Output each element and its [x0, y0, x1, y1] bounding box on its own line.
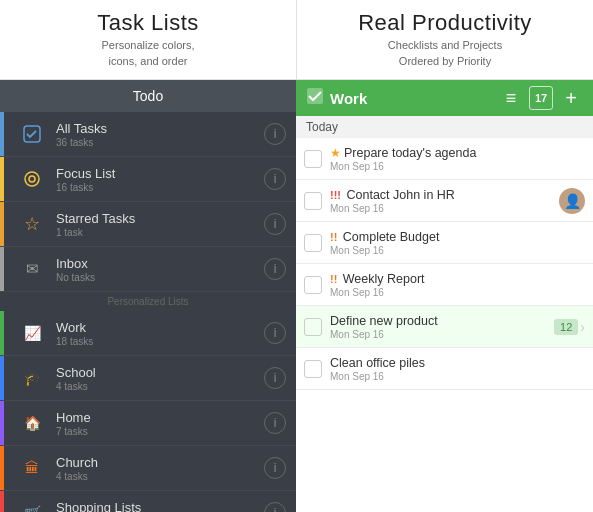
task-content: !! Complete Budget Mon Sep 16 [330, 230, 585, 256]
list-item[interactable]: 🎓 School 4 tasks i [0, 356, 296, 401]
right-subtitle: Checklists and ProjectsOrdered by Priori… [388, 38, 502, 69]
task-date: Mon Sep 16 [330, 287, 585, 298]
home-icon: 🏠 [18, 409, 46, 437]
color-bar [0, 491, 4, 512]
item-count: 7 tasks [56, 426, 264, 437]
item-count: 16 tasks [56, 182, 264, 193]
task-content: ★Prepare today's agenda Mon Sep 16 [330, 146, 585, 172]
work-header-title: Work [330, 90, 499, 107]
main-section: Todo All Tasks 36 tasks i [0, 80, 593, 512]
task-list: ★Prepare today's agenda Mon Sep 16 !!! C… [296, 138, 593, 512]
task-date: Mon Sep 16 [330, 161, 585, 172]
item-count: 4 tasks [56, 471, 264, 482]
item-count: 4 tasks [56, 381, 264, 392]
item-text: Focus List 16 tasks [56, 166, 264, 193]
info-button[interactable]: i [264, 258, 286, 280]
task-checkbox[interactable] [304, 150, 322, 168]
church-icon: 🏛 [18, 454, 46, 482]
item-name: Shopping Lists [56, 500, 264, 513]
task-date: Mon Sep 16 [330, 245, 585, 256]
work-icon: 📈 [18, 319, 46, 347]
priority-medium-icon: !! [330, 231, 337, 243]
add-task-button[interactable]: + [559, 86, 583, 110]
item-text: Work 18 tasks [56, 320, 264, 347]
task-title: !!! Contact John in HR [330, 188, 555, 202]
subtask-badge[interactable]: 12 [554, 319, 578, 335]
info-button[interactable]: i [264, 123, 286, 145]
item-count: 1 task [56, 227, 264, 238]
inbox-icon: ✉ [18, 255, 46, 283]
task-content: !!! Contact John in HR Mon Sep 16 [330, 188, 555, 214]
item-text: Starred Tasks 1 task [56, 211, 264, 238]
focus-icon [18, 165, 46, 193]
item-text: Church 4 tasks [56, 455, 264, 482]
shopping-icon: 🛒 [18, 499, 46, 512]
task-item[interactable]: !!! Contact John in HR Mon Sep 16 👤 [296, 180, 593, 222]
task-date: Mon Sep 16 [330, 371, 585, 382]
item-count: 18 tasks [56, 336, 264, 347]
list-item[interactable]: ☆ Starred Tasks 1 task i [0, 202, 296, 247]
section-label: Personalized Lists [0, 292, 296, 311]
info-button[interactable]: i [264, 457, 286, 479]
left-subtitle: Personalize colors,icons, and order [102, 38, 195, 69]
list-item[interactable]: 🏛 Church 4 tasks i [0, 446, 296, 491]
info-button[interactable]: i [264, 213, 286, 235]
item-count: No tasks [56, 272, 264, 283]
info-button[interactable]: i [264, 412, 286, 434]
item-name: All Tasks [56, 121, 264, 136]
school-icon: 🎓 [18, 364, 46, 392]
task-title: !! Weekly Report [330, 272, 585, 286]
star-icon: ☆ [18, 210, 46, 238]
info-button[interactable]: i [264, 168, 286, 190]
calendar-button[interactable]: 17 [529, 86, 553, 110]
all-tasks-icon [18, 120, 46, 148]
top-left: Task Lists Personalize colors,icons, and… [0, 0, 296, 79]
item-text: School 4 tasks [56, 365, 264, 392]
left-heading: Task Lists [97, 10, 199, 36]
list-item[interactable]: Focus List 16 tasks i [0, 157, 296, 202]
item-name: Focus List [56, 166, 264, 181]
task-checkbox[interactable] [304, 234, 322, 252]
priority-star-icon: ★ [330, 146, 341, 160]
work-list-icon [306, 87, 324, 109]
item-text: Shopping Lists 3 tasks [56, 500, 264, 513]
task-checkbox[interactable] [304, 360, 322, 378]
list-item[interactable]: 🏠 Home 7 tasks i [0, 401, 296, 446]
task-date: Mon Sep 16 [330, 203, 555, 214]
task-title: ★Prepare today's agenda [330, 146, 585, 160]
item-count: 36 tasks [56, 137, 264, 148]
task-checkbox[interactable] [304, 192, 322, 210]
task-date: Mon Sep 16 [330, 329, 550, 340]
item-name: Work [56, 320, 264, 335]
top-right: Real Productivity Checklists and Project… [297, 0, 593, 79]
list-item[interactable]: All Tasks 36 tasks i [0, 112, 296, 157]
color-bar [0, 202, 4, 246]
menu-button[interactable]: ≡ [499, 86, 523, 110]
task-checkbox[interactable] [304, 276, 322, 294]
info-button[interactable]: i [264, 367, 286, 389]
task-item[interactable]: !! Complete Budget Mon Sep 16 [296, 222, 593, 264]
task-content: !! Weekly Report Mon Sep 16 [330, 272, 585, 298]
item-text: All Tasks 36 tasks [56, 121, 264, 148]
info-button[interactable]: i [264, 502, 286, 512]
top-section: Task Lists Personalize colors,icons, and… [0, 0, 593, 80]
item-text: Inbox No tasks [56, 256, 264, 283]
item-name: Starred Tasks [56, 211, 264, 226]
task-item[interactable]: !! Weekly Report Mon Sep 16 [296, 264, 593, 306]
task-checkbox[interactable] [304, 318, 322, 336]
task-item[interactable]: ★Prepare today's agenda Mon Sep 16 [296, 138, 593, 180]
list-item[interactable]: 📈 Work 18 tasks i [0, 311, 296, 356]
list-item[interactable]: ✉ Inbox No tasks i [0, 247, 296, 292]
color-bar [0, 356, 4, 400]
svg-point-2 [29, 176, 35, 182]
svg-point-1 [25, 172, 39, 186]
item-name: Inbox [56, 256, 264, 271]
list-item[interactable]: 🛒 Shopping Lists 3 tasks i [0, 491, 296, 512]
task-item[interactable]: Clean office piles Mon Sep 16 [296, 348, 593, 390]
color-bar [0, 112, 4, 156]
todo-header: Todo [0, 80, 296, 112]
priority-high-icon: !!! [330, 189, 341, 201]
task-item[interactable]: Define new product Mon Sep 16 12 › [296, 306, 593, 348]
info-button[interactable]: i [264, 322, 286, 344]
task-title: !! Complete Budget [330, 230, 585, 244]
